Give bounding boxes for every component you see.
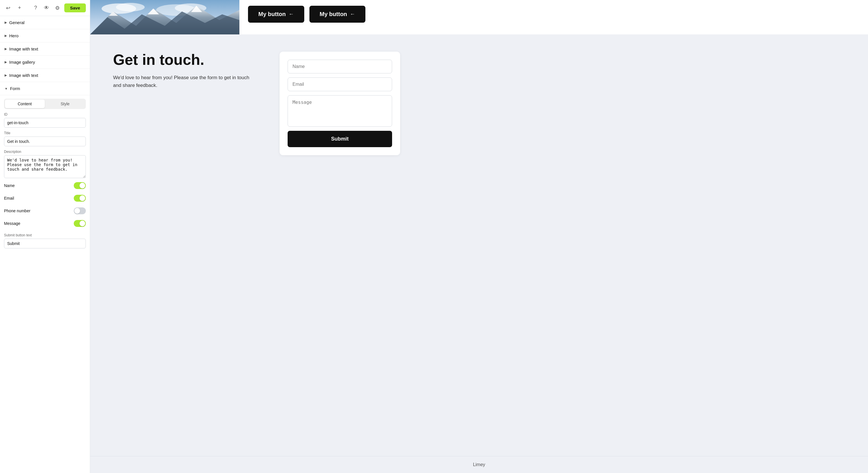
sidebar-item-image-with-text-1[interactable]: ▶ Image with text bbox=[0, 42, 90, 56]
svg-point-2 bbox=[116, 3, 145, 11]
sidebar-item-label: Image with text bbox=[9, 46, 38, 52]
toggle-message-row: Message bbox=[0, 217, 90, 230]
toggle-message[interactable] bbox=[74, 220, 86, 227]
id-input[interactable] bbox=[4, 118, 86, 128]
sidebar-item-label: Hero bbox=[9, 33, 19, 38]
main-content: My button ← My button ← Get in touch. We… bbox=[90, 0, 868, 473]
form-title: Get in touch. bbox=[113, 52, 257, 68]
sidebar-item-label: Image gallery bbox=[9, 60, 35, 65]
submit-button[interactable]: Submit bbox=[288, 131, 392, 147]
preview-button[interactable]: 👁 bbox=[42, 4, 51, 12]
form-section: ▼ Form Content Style ID Title Descriptio… bbox=[0, 82, 90, 253]
toggle-phone-row: Phone number bbox=[0, 204, 90, 217]
form-section-label: Form bbox=[10, 86, 20, 91]
submit-text-field-group: Submit button text bbox=[0, 230, 90, 248]
brand-label: Limey bbox=[473, 462, 485, 467]
help-button[interactable]: ? bbox=[32, 4, 40, 12]
sidebar-item-image-with-text-2[interactable]: ▶ Image with text bbox=[0, 69, 90, 82]
arrow-left-icon-1: ← bbox=[289, 11, 294, 17]
form-section-header[interactable]: ▼ Form bbox=[0, 82, 90, 95]
toggle-name-knob bbox=[80, 183, 85, 189]
tab-content[interactable]: Content bbox=[5, 100, 45, 108]
description-label: Description bbox=[4, 150, 86, 154]
toggle-message-knob bbox=[80, 221, 85, 226]
toggle-message-label: Message bbox=[4, 221, 20, 226]
form-name-input[interactable] bbox=[288, 60, 392, 73]
undo-button[interactable]: ↩ bbox=[4, 4, 12, 12]
my-button-1-label: My button bbox=[258, 11, 286, 18]
sidebar-item-hero[interactable]: ▶ Hero bbox=[0, 29, 90, 42]
toggle-email[interactable] bbox=[74, 195, 86, 202]
submit-text-label: Submit button text bbox=[4, 233, 86, 237]
form-message-textarea[interactable] bbox=[288, 95, 392, 127]
toggle-email-knob bbox=[80, 195, 85, 201]
tab-row: Content Style bbox=[4, 99, 86, 109]
title-field-group: Title bbox=[0, 128, 90, 146]
title-input[interactable] bbox=[4, 137, 86, 146]
footer: Limey bbox=[90, 456, 868, 473]
toggle-name-row: Name bbox=[0, 179, 90, 192]
id-field-group: ID bbox=[0, 109, 90, 128]
description-textarea[interactable]: We'd love to hear from you! Please use t… bbox=[4, 155, 86, 178]
sidebar-item-label: Image with text bbox=[9, 73, 38, 78]
my-button-2-label: My button bbox=[320, 11, 347, 18]
toggle-email-row: Email bbox=[0, 192, 90, 204]
submit-text-input[interactable] bbox=[4, 239, 86, 248]
form-right: Submit bbox=[280, 52, 400, 155]
title-label: Title bbox=[4, 131, 86, 135]
chevron-right-icon: ▶ bbox=[5, 60, 7, 64]
sidebar: ↩ + ? 👁 ⚙ Save ▶ General ▶ Hero ▶ Image … bbox=[0, 0, 90, 473]
form-left: Get in touch. We'd love to hear from you… bbox=[113, 52, 257, 90]
sidebar-item-general[interactable]: ▶ General bbox=[0, 16, 90, 29]
my-button-1[interactable]: My button ← bbox=[248, 6, 304, 23]
form-description: We'd love to hear from you! Please use t… bbox=[113, 74, 257, 89]
arrow-left-icon-2: ← bbox=[350, 11, 355, 17]
preview-top: My button ← My button ← bbox=[90, 0, 868, 34]
top-bar: ↩ + ? 👁 ⚙ Save bbox=[0, 0, 90, 16]
toggle-phone-knob bbox=[74, 208, 80, 214]
chevron-right-icon: ▶ bbox=[5, 34, 7, 38]
id-label: ID bbox=[4, 112, 86, 116]
toggle-phone-label: Phone number bbox=[4, 208, 30, 213]
toggle-email-label: Email bbox=[4, 196, 14, 201]
top-bar-right: ? 👁 ⚙ Save bbox=[32, 3, 86, 12]
buttons-area: My button ← My button ← bbox=[239, 0, 374, 28]
hero-image bbox=[90, 0, 239, 34]
tab-style[interactable]: Style bbox=[45, 100, 85, 108]
add-button[interactable]: + bbox=[16, 4, 24, 12]
toggle-name-label: Name bbox=[4, 183, 14, 188]
chevron-right-icon: ▶ bbox=[5, 73, 7, 77]
form-email-input[interactable] bbox=[288, 77, 392, 91]
toggle-name[interactable] bbox=[74, 182, 86, 189]
chevron-down-icon: ▼ bbox=[5, 87, 8, 90]
sidebar-item-image-gallery[interactable]: ▶ Image gallery bbox=[0, 56, 90, 69]
my-button-2[interactable]: My button ← bbox=[309, 6, 366, 23]
settings-button[interactable]: ⚙ bbox=[53, 4, 61, 12]
form-preview: Get in touch. We'd love to hear from you… bbox=[90, 34, 868, 456]
toggle-phone[interactable] bbox=[74, 207, 86, 214]
description-field-group: Description We'd love to hear from you! … bbox=[0, 146, 90, 179]
chevron-right-icon: ▶ bbox=[5, 21, 7, 24]
sidebar-item-label: General bbox=[9, 20, 24, 25]
save-button[interactable]: Save bbox=[64, 3, 86, 12]
chevron-right-icon: ▶ bbox=[5, 47, 7, 51]
